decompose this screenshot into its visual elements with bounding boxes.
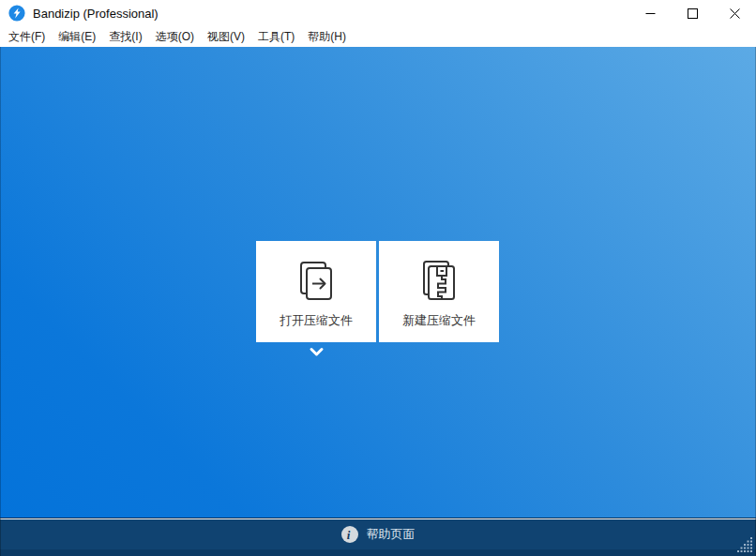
close-button[interactable] (714, 0, 756, 26)
info-icon: i (341, 526, 358, 543)
maximize-button[interactable] (672, 0, 714, 26)
menu-tools[interactable]: 工具(T) (251, 26, 301, 47)
titlebar: Bandizip (Professional) (0, 0, 756, 26)
open-archive-icon (292, 255, 340, 304)
resize-grip-icon[interactable] (736, 536, 753, 553)
bandizip-window: Bandizip (Professional) 文件(F) 编辑(E) 查找(I… (0, 0, 756, 556)
menu-view[interactable]: 视图(V) (201, 26, 251, 47)
workspace: 打开压缩文件 新建压缩文件 (0, 47, 756, 518)
statusbar: i 帮助页面 (0, 519, 756, 549)
help-page-link[interactable]: i 帮助页面 (341, 526, 416, 543)
menu-help[interactable]: 帮助(H) (301, 26, 353, 47)
help-page-label: 帮助页面 (367, 526, 416, 543)
open-archive-label: 打开压缩文件 (280, 312, 353, 329)
new-archive-button[interactable]: 新建压缩文件 (379, 241, 499, 342)
tile-row: 打开压缩文件 新建压缩文件 (256, 241, 499, 342)
new-archive-label: 新建压缩文件 (402, 312, 476, 329)
new-archive-icon (415, 255, 463, 304)
open-archive-button[interactable]: 打开压缩文件 (256, 241, 376, 342)
menubar: 文件(F) 编辑(E) 查找(I) 选项(O) 视图(V) 工具(T) 帮助(H… (0, 26, 756, 47)
window-controls (629, 0, 756, 26)
bottom-strip (0, 549, 756, 556)
window-title: Bandizip (Professional) (33, 7, 159, 21)
menu-file[interactable]: 文件(F) (2, 26, 52, 47)
chevron-down-icon[interactable] (309, 347, 325, 358)
menu-options[interactable]: 选项(O) (149, 26, 201, 47)
menu-edit[interactable]: 编辑(E) (52, 26, 102, 47)
bandizip-logo-icon (8, 5, 25, 22)
minimize-button[interactable] (629, 0, 672, 26)
menu-find[interactable]: 查找(I) (102, 26, 148, 47)
